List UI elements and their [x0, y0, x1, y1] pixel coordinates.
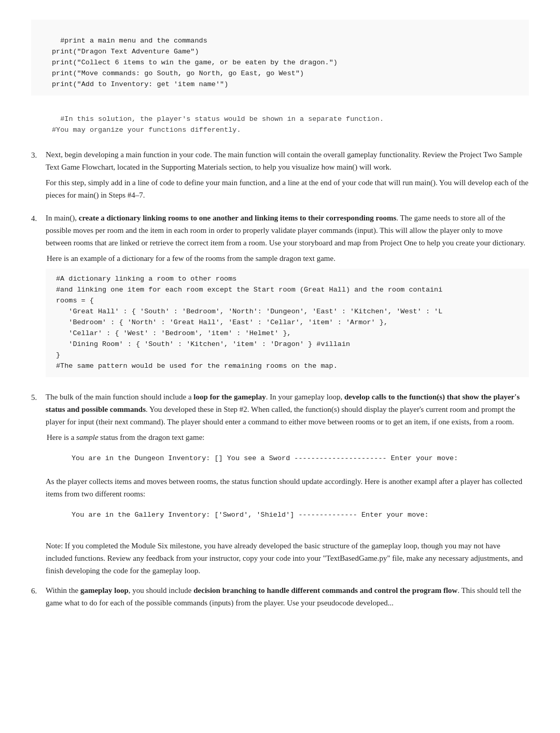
step-3: 3. Next, begin developing a main functio… — [31, 148, 529, 204]
dict-line-5: 'Cellar' : { 'West' : 'Bedroom', 'item' … — [56, 329, 291, 337]
dict-line-6: 'Dining Room' : { 'South' : 'Kitchen', '… — [56, 340, 350, 348]
sample-intro-after: status from the dragon text game: — [99, 433, 205, 441]
step-5-sample-intro: Here is a sample status from the dragon … — [46, 431, 529, 444]
step-4-dict-code: #A dictionary linking a room to other ro… — [46, 269, 529, 377]
dict-line-3: 'Great Hall' : { 'South' : 'Bedroom', 'N… — [56, 308, 442, 315]
top-code-line-4: print("Move commands: go South, go North… — [52, 70, 304, 77]
step-5-text2: As the player collects items and moves b… — [46, 475, 529, 500]
step-5-text1: The bulk of the main function should inc… — [46, 391, 529, 428]
step-4: 4. In main(), create a dictionary linkin… — [31, 212, 529, 383]
sample-block-2: You are in the Gallery Inventory: ['Swor… — [46, 504, 529, 526]
step-5-bold1: loop for the gameplay — [193, 393, 265, 401]
step-6-before: Within the — [46, 586, 80, 594]
step-4-example: Here is an example of a dictionary for a… — [46, 252, 529, 265]
top-code-line-5: print("Add to Inventory: get 'item name'… — [52, 80, 228, 88]
note-block: Note: If you completed the Module Six mi… — [46, 540, 529, 577]
top-comment-2: #You may organize your functions differe… — [52, 126, 241, 134]
dict-line-1: #and linking one item for each room exce… — [56, 286, 442, 294]
step-3-content: Next, begin developing a main function i… — [46, 148, 529, 204]
step-6: 6. Within the gameplay loop, you should … — [31, 584, 529, 612]
sample-block-1: You are in the Dungeon Inventory: [] You… — [46, 448, 529, 469]
step-4-text1: In main(), create a dictionary linking r… — [46, 212, 529, 249]
top-comments: #In this solution, the player's status w… — [31, 102, 529, 139]
step-5: 5. The bulk of the main function should … — [31, 391, 529, 532]
dict-line-8: #The same pattern would be used for the … — [56, 362, 338, 370]
top-code-line-1: #print a main menu and the commands — [60, 37, 207, 45]
step-4-number: 4. — [31, 212, 46, 225]
step-5-number: 5. — [31, 391, 46, 404]
step-4-before: In main(), — [46, 214, 79, 222]
top-code-block: #print a main menu and the commands prin… — [31, 20, 529, 95]
step-5-before: The bulk of the main function should inc… — [46, 393, 193, 401]
step-6-number: 6. — [31, 584, 46, 597]
top-comment-1: #In this solution, the player's status w… — [60, 115, 384, 123]
step-6-bold1: gameplay loop — [80, 586, 129, 594]
step-6-mid: , you should include — [129, 586, 193, 594]
step-5-content: The bulk of the main function should inc… — [46, 391, 529, 532]
step-3-text1: Next, begin developing a main function i… — [46, 148, 529, 173]
dict-line-0: #A dictionary linking a room to other ro… — [56, 275, 236, 283]
dict-line-4: 'Bedroom' : { 'North' : 'Great Hall', 'E… — [56, 319, 388, 326]
step-6-content: Within the gameplay loop, you should inc… — [46, 584, 529, 612]
sample-italic: sample — [76, 433, 99, 441]
step-3-number: 3. — [31, 148, 46, 161]
note-text: Note: If you completed the Module Six mi… — [46, 540, 529, 577]
dict-line-2: rooms = { — [56, 297, 94, 305]
top-code-line-2: print("Dragon Text Adventure Game") — [52, 48, 199, 56]
step-4-content: In main(), create a dictionary linking r… — [46, 212, 529, 383]
step-4-bold: create a dictionary linking rooms to one… — [79, 214, 397, 222]
top-code-line-3: print("Collect 6 items to win the game, … — [52, 59, 338, 66]
step-3-text2: For this step, simply add in a line of c… — [46, 176, 529, 201]
step-6-text1: Within the gameplay loop, you should inc… — [46, 584, 529, 609]
step-5-mid: . In your gameplay loop, — [266, 393, 344, 401]
step-5-text2-content: As the player collects items and moves b… — [46, 477, 522, 498]
sample-intro-text: Here is a — [47, 433, 76, 441]
dict-line-7: } — [56, 351, 60, 359]
step-4-example-text: Here is an example of a dictionary for a… — [47, 254, 335, 262]
step-6-bold2: decision branching to handle different c… — [193, 586, 457, 594]
